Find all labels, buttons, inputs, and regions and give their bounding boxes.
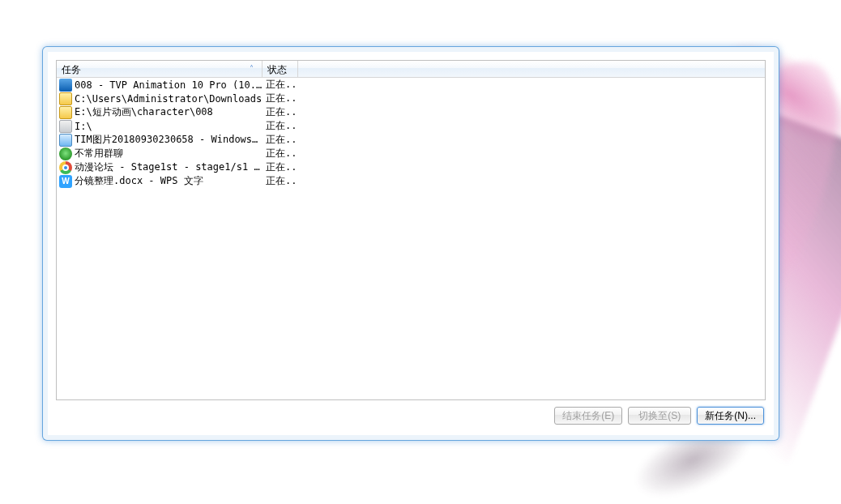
- task-name-label: 不常用群聊: [75, 147, 123, 160]
- task-cell: E:\短片动画\character\008: [57, 105, 263, 119]
- status-cell: 正在...: [263, 174, 298, 188]
- task-name-label: 动漫论坛 - Stage1st - stage1/s1 游戏...: [75, 160, 263, 174]
- task-row[interactable]: 008 - TVP Animation 10 Pro (10.0.7)正在...: [57, 78, 765, 92]
- task-cell: C:\Users\Administrator\Downloads: [57, 92, 263, 105]
- drive-icon: [59, 120, 72, 133]
- status-label: 正在...: [266, 134, 298, 145]
- task-row[interactable]: 动漫论坛 - Stage1st - stage1/s1 游戏...正在...: [57, 160, 765, 174]
- end-task-button[interactable]: 结束任务(E): [554, 407, 622, 425]
- status-label: 正在...: [266, 161, 298, 173]
- status-label: 正在...: [266, 79, 298, 90]
- task-row[interactable]: I:\正在...: [57, 119, 765, 133]
- task-name-label: 分镜整理.docx - WPS 文字: [75, 174, 203, 188]
- status-label: 正在...: [266, 175, 298, 186]
- status-cell: 正在...: [263, 133, 298, 147]
- status-cell: 正在...: [263, 92, 298, 105]
- task-row[interactable]: 分镜整理.docx - WPS 文字正在...: [57, 174, 765, 188]
- task-cell: 不常用群聊: [57, 147, 263, 160]
- group-chat-icon: [59, 147, 72, 160]
- task-name-label: C:\Users\Administrator\Downloads: [75, 93, 262, 105]
- status-cell: 正在...: [263, 119, 298, 133]
- sort-ascending-icon: ˄: [250, 64, 254, 73]
- task-row[interactable]: C:\Users\Administrator\Downloads正在...: [57, 92, 765, 105]
- status-cell: 正在...: [263, 160, 298, 174]
- status-cell: 正在...: [263, 78, 298, 92]
- task-rows: 008 - TVP Animation 10 Pro (10.0.7)正在...…: [57, 78, 765, 188]
- photo-viewer-icon: [59, 134, 72, 147]
- status-label: 正在...: [266, 106, 298, 117]
- task-row[interactable]: E:\短片动画\character\008正在...: [57, 105, 765, 119]
- column-header-spacer: [298, 61, 765, 77]
- status-cell: 正在...: [263, 147, 298, 160]
- app-icon: [59, 79, 72, 92]
- column-header-status[interactable]: 状态: [263, 61, 298, 77]
- status-label: 正在...: [266, 120, 298, 131]
- column-header-task[interactable]: 任务 ˄: [57, 61, 263, 77]
- folder-icon: [59, 106, 72, 119]
- switch-to-button[interactable]: 切换至(S): [628, 407, 691, 425]
- task-name-label: 008 - TVP Animation 10 Pro (10.0.7): [75, 79, 263, 91]
- new-task-button[interactable]: 新任务(N)...: [697, 407, 764, 425]
- task-name-label: I:\: [75, 121, 92, 132]
- folder-icon: [59, 92, 72, 105]
- task-cell: TIM图片20180930230658 - Windows 照片...: [57, 133, 263, 147]
- task-cell: 分镜整理.docx - WPS 文字: [57, 174, 263, 188]
- column-header-status-label: 状态: [267, 63, 287, 77]
- wps-doc-icon: [59, 175, 72, 188]
- button-bar: 结束任务(E) 切换至(S) 新任务(N)...: [48, 400, 774, 425]
- task-manager-window: 任务 ˄ 状态 008 - TVP Animation 10 Pro (10.0…: [42, 46, 779, 441]
- task-row[interactable]: TIM图片20180930230658 - Windows 照片...正在...: [57, 133, 765, 147]
- task-cell: 动漫论坛 - Stage1st - stage1/s1 游戏...: [57, 160, 263, 174]
- task-row[interactable]: 不常用群聊正在...: [57, 147, 765, 160]
- task-cell: I:\: [57, 120, 263, 133]
- task-name-label: TIM图片20180930230658 - Windows 照片...: [75, 133, 263, 147]
- column-header-row: 任务 ˄ 状态: [57, 61, 765, 78]
- chrome-icon: [59, 161, 72, 174]
- status-label: 正在...: [266, 147, 298, 159]
- task-list[interactable]: 任务 ˄ 状态 008 - TVP Animation 10 Pro (10.0…: [56, 60, 766, 400]
- status-label: 正在...: [266, 92, 298, 104]
- status-cell: 正在...: [263, 105, 298, 119]
- column-header-task-label: 任务: [62, 63, 81, 77]
- task-name-label: E:\短片动画\character\008: [75, 105, 213, 119]
- task-cell: 008 - TVP Animation 10 Pro (10.0.7): [57, 79, 263, 92]
